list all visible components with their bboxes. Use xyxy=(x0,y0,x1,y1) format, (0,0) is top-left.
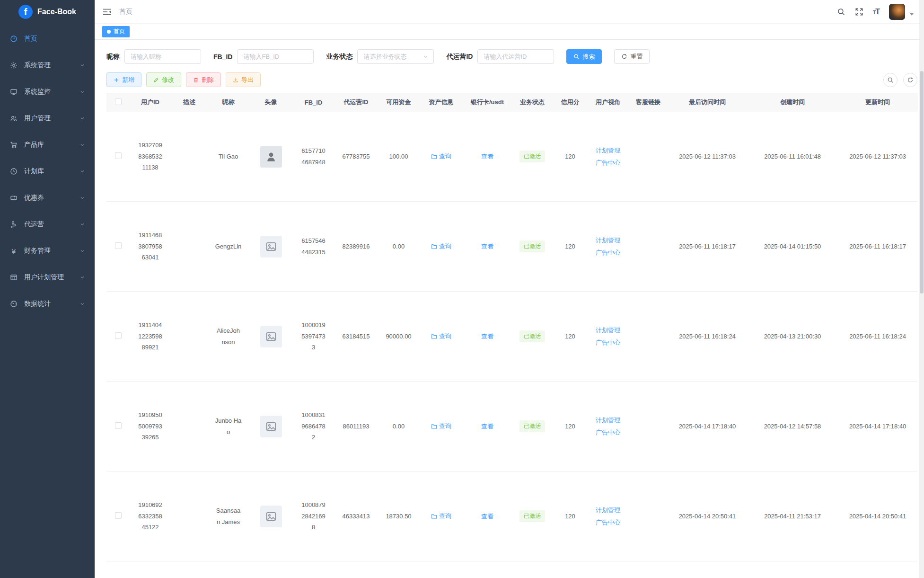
image-placeholder-icon xyxy=(260,506,282,527)
status-badge: 已激活 xyxy=(519,510,545,522)
asset-query-link[interactable]: 查询 xyxy=(431,332,451,340)
search-icon[interactable] xyxy=(837,8,845,16)
business-status-select[interactable]: 请选择业务状态 xyxy=(357,49,434,64)
font-size-icon[interactable]: TT xyxy=(873,8,880,16)
row-checkbox[interactable] xyxy=(115,242,122,249)
agent-id-cell: 63184515 xyxy=(334,333,378,340)
facebook-logo-icon: f xyxy=(18,5,33,19)
col-business-status: 业务状态 xyxy=(511,98,554,107)
sidebar-item-system-monitor[interactable]: 系统监控 xyxy=(0,79,95,105)
filter-agent-id: 代运营ID xyxy=(446,49,554,64)
plan-management-link[interactable]: 计划管理 xyxy=(596,326,620,335)
avatar-dropdown-caret-icon[interactable] xyxy=(910,13,914,16)
updated-cell: 2025-06-11 16:18:24 xyxy=(837,333,918,340)
row-checkbox[interactable] xyxy=(115,512,122,519)
reset-button[interactable]: 重置 xyxy=(614,49,650,64)
stats-gauge-icon xyxy=(9,300,18,308)
vertical-scrollbar[interactable] xyxy=(919,0,924,578)
sidebar-item-label: 数据统计 xyxy=(24,300,51,308)
plan-management-link[interactable]: 计划管理 xyxy=(596,506,620,515)
person-avatar-icon xyxy=(260,146,282,168)
user-id-cell: 1910692 6332358 45122 xyxy=(130,499,170,533)
ad-center-link[interactable]: 广告中心 xyxy=(596,338,620,347)
bank-view-link[interactable]: 查看 xyxy=(481,242,493,251)
sidebar-item-product-library[interactable]: 产品库 xyxy=(0,132,95,158)
sidebar-collapse-icon[interactable] xyxy=(102,7,112,17)
delete-button[interactable]: 删除 xyxy=(186,72,221,87)
updated-cell: 2025-06-11 16:18:17 xyxy=(837,243,918,250)
credit-cell: 120 xyxy=(554,513,587,520)
sidebar-item-data-statistics[interactable]: 数据统计 xyxy=(0,291,95,317)
sidebar-item-label: 财务管理 xyxy=(24,247,51,255)
last-visit-cell: 2025-06-12 11:37:03 xyxy=(667,153,748,160)
users-table: 用户ID 描述 昵称 头像 FB_ID 代运营ID 可用资金 资产信息 银行卡/… xyxy=(106,93,918,561)
status-badge: 已激活 xyxy=(519,151,545,162)
agent-id-input[interactable] xyxy=(477,49,554,64)
nickname-cell: Junbo Ha o xyxy=(208,415,248,437)
user-avatar[interactable] xyxy=(889,4,905,20)
credit-cell: 120 xyxy=(554,153,587,160)
ad-center-link[interactable]: 广告中心 xyxy=(596,159,620,167)
asset-query-link[interactable]: 查询 xyxy=(431,152,451,160)
filter-nickname: 昵称 xyxy=(106,49,201,64)
sidebar-item-user-plan-management[interactable]: 用户计划管理 xyxy=(0,264,95,291)
row-checkbox[interactable] xyxy=(115,332,122,339)
export-button-label: 导出 xyxy=(241,76,254,84)
chevron-down-icon xyxy=(423,54,429,60)
gear-icon xyxy=(9,62,18,69)
refresh-icon[interactable] xyxy=(903,73,917,87)
asset-query-link[interactable]: 查询 xyxy=(431,242,451,250)
bank-view-link[interactable]: 查看 xyxy=(481,512,493,521)
asset-query-link[interactable]: 查询 xyxy=(431,422,451,430)
show-search-icon[interactable] xyxy=(883,73,898,87)
sidebar-item-plan-library[interactable]: 计划库 xyxy=(0,158,95,185)
sidebar-item-system-management[interactable]: 系统管理 xyxy=(0,52,95,79)
search-button[interactable]: 搜索 xyxy=(566,49,602,64)
add-button[interactable]: 新增 xyxy=(106,72,141,87)
select-all-checkbox[interactable] xyxy=(115,98,122,105)
bank-view-label: 查看 xyxy=(481,242,493,251)
bank-view-label: 查看 xyxy=(481,152,493,161)
bank-view-link[interactable]: 查看 xyxy=(481,422,493,431)
chevron-down-icon xyxy=(79,222,85,227)
edit-button-label: 修改 xyxy=(162,76,174,84)
ad-center-link[interactable]: 广告中心 xyxy=(596,249,620,257)
sidebar-item-home[interactable]: 首页 xyxy=(0,26,95,52)
sidebar-item-coupons[interactable]: 优惠券 xyxy=(0,185,95,211)
plan-management-link[interactable]: 计划管理 xyxy=(596,146,620,155)
bank-view-label: 查看 xyxy=(481,422,493,431)
app-logo: f Face-Book xyxy=(0,0,95,24)
user-id-cell: 1910950 5009793 39265 xyxy=(130,409,170,443)
nickname-input[interactable] xyxy=(124,49,201,64)
active-dot-icon xyxy=(107,30,111,34)
plan-management-link[interactable]: 计划管理 xyxy=(596,236,620,245)
col-nickname: 昵称 xyxy=(208,98,248,107)
created-cell: 2025-04-14 01:15:50 xyxy=(748,243,837,250)
asset-query-link[interactable]: 查询 xyxy=(431,512,451,520)
ad-center-link[interactable]: 广告中心 xyxy=(596,428,620,437)
app-title: Face-Book xyxy=(37,8,76,16)
tab-home[interactable]: 首页 xyxy=(102,26,130,37)
edit-button[interactable]: 修改 xyxy=(146,72,181,87)
updated-cell: 2025-06-12 11:37:03 xyxy=(837,153,918,160)
ad-center-link[interactable]: 广告中心 xyxy=(596,518,620,527)
nickname-label: 昵称 xyxy=(106,53,120,61)
toolbar-right-icons xyxy=(883,73,917,87)
sidebar-item-label: 用户计划管理 xyxy=(24,273,64,282)
export-button[interactable]: 导出 xyxy=(226,72,261,87)
row-checkbox[interactable] xyxy=(115,152,122,159)
sidebar-item-finance-management[interactable]: ¥ 财务管理 xyxy=(0,238,95,264)
bank-view-link[interactable]: 查看 xyxy=(481,152,493,161)
sidebar-item-user-management[interactable]: 用户管理 xyxy=(0,105,95,132)
sidebar-item-agency-operations[interactable]: 代运营 xyxy=(0,211,95,238)
yen-icon: ¥ xyxy=(9,248,18,255)
created-cell: 2025-06-11 16:01:48 xyxy=(748,153,837,160)
nickname-cell: Tii Gao xyxy=(208,151,248,162)
plan-management-link[interactable]: 计划管理 xyxy=(596,416,620,425)
user-id-cell: 1911468 3807958 63041 xyxy=(130,230,170,263)
fbid-input[interactable] xyxy=(237,49,314,64)
row-checkbox[interactable] xyxy=(115,422,122,429)
bank-view-link[interactable]: 查看 xyxy=(481,332,493,341)
scrollbar-thumb[interactable] xyxy=(920,71,924,293)
fullscreen-icon[interactable] xyxy=(855,8,863,16)
